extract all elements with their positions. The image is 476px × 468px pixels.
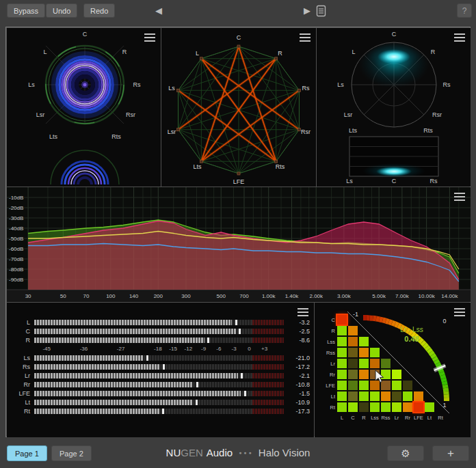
freq-label: 30 <box>25 293 31 299</box>
log-list-icon[interactable] <box>316 5 326 17</box>
undo-button[interactable]: Undo <box>46 3 77 18</box>
db-label: -80dB <box>9 266 23 273</box>
web-edge <box>201 46 239 59</box>
freq-label: 1.40k <box>285 293 300 299</box>
web-node-label: LFE <box>233 178 245 185</box>
matrix-cell[interactable] <box>337 315 347 325</box>
matrix-cell[interactable] <box>403 381 412 390</box>
web-node <box>275 160 278 163</box>
matrix-cell[interactable] <box>359 359 369 368</box>
matrix-cell[interactable] <box>337 381 347 390</box>
brand-audio: Audio <box>207 447 233 458</box>
matrix-row-label: Rt <box>315 404 335 411</box>
brand-gen: GEN <box>181 447 203 458</box>
matrix-cell[interactable] <box>337 326 347 335</box>
freq-label: 7.00k <box>395 293 410 299</box>
play-icon[interactable]: ▶ <box>304 5 310 16</box>
matrix-cell[interactable] <box>403 391 412 401</box>
matrix-cell[interactable] <box>337 348 347 357</box>
matrix-cell[interactable] <box>392 381 401 390</box>
matrix-cell[interactable] <box>359 381 369 390</box>
web-edge <box>178 130 202 162</box>
meter-row: Rr-10.8 <box>12 380 310 389</box>
matrix-cell[interactable] <box>359 337 369 346</box>
settings-button[interactable]: ⚙ <box>387 445 424 461</box>
matrix-cell[interactable] <box>414 391 423 401</box>
matrix-cell[interactable] <box>370 348 380 357</box>
meter-fill <box>34 373 238 378</box>
channel-label-r: R <box>122 49 127 55</box>
matrix-cell[interactable] <box>392 402 401 412</box>
matrix-cell[interactable] <box>370 359 380 368</box>
matrix-cell[interactable] <box>359 370 369 379</box>
matrix-col-label: L <box>341 415 343 421</box>
web-node-label: Ls <box>168 85 175 92</box>
web-node-label: Lts <box>193 163 202 170</box>
freq-label: 700 <box>239 293 249 299</box>
db-label: -90dB <box>9 277 23 283</box>
help-button[interactable]: ? <box>457 3 472 18</box>
freq-label: 50 <box>60 293 66 299</box>
matrix-cell[interactable] <box>348 381 358 390</box>
web-node-label: Rs <box>302 85 309 92</box>
freq-label: 200 <box>154 293 163 299</box>
spectrum-panel: -10dB-20dB-30dB-40dB-50dB-60dB-70dB-80dB… <box>7 187 471 302</box>
meter-fill <box>34 400 192 405</box>
meter-fill <box>34 391 241 396</box>
meter-row: Lt-10.9 <box>12 398 310 407</box>
meter-row: Rt-17.3 <box>12 407 310 415</box>
matrix-cell[interactable] <box>425 402 434 412</box>
add-panel-button[interactable]: + <box>432 445 469 461</box>
matrix-cell[interactable] <box>348 337 358 346</box>
matrix-cell[interactable] <box>348 326 358 335</box>
matrix-cell[interactable] <box>348 359 358 368</box>
matrix-cell[interactable] <box>348 402 358 412</box>
matrix-cell[interactable] <box>337 391 347 401</box>
channel-label-l: L <box>43 49 47 55</box>
level-meters-menu-icon[interactable] <box>298 308 308 316</box>
matrix-cell[interactable] <box>381 359 391 368</box>
meter-scale-tick: -12 <box>185 346 193 352</box>
channel-label-lts: Lts <box>49 133 57 140</box>
matrix-cell[interactable] <box>359 348 369 357</box>
correlation-matrix-menu-icon[interactable] <box>454 308 465 316</box>
matrix-cell[interactable] <box>403 402 412 412</box>
matrix-cell[interactable] <box>337 337 347 346</box>
correlation-web-menu-icon[interactable] <box>300 33 310 42</box>
matrix-cell[interactable] <box>348 391 358 401</box>
matrix-cell[interactable] <box>381 402 391 412</box>
matrix-cell[interactable] <box>414 402 423 412</box>
web-node-label: Lsr <box>168 128 176 135</box>
web-node-label: L <box>196 50 199 57</box>
matrix-cell[interactable] <box>392 370 401 379</box>
meter-scale: -45-36-27-18-15-12-9-6-30+3 <box>38 344 284 353</box>
meter-peak <box>235 320 237 325</box>
matrix-cell[interactable] <box>337 359 347 368</box>
polar-scope-menu-icon[interactable] <box>144 33 155 42</box>
meter-red-zone <box>252 382 284 387</box>
matrix-cell[interactable] <box>348 348 358 357</box>
channel-label-bottom-rs: Rs <box>430 178 438 184</box>
spectrum-menu-icon[interactable] <box>454 193 465 201</box>
meter-fill <box>34 338 204 343</box>
position-scope-menu-icon[interactable] <box>454 33 465 42</box>
matrix-cell[interactable] <box>359 402 369 412</box>
back-icon[interactable]: ◀ <box>155 5 162 16</box>
meter-peak <box>196 400 198 405</box>
polar-scope-panel: C L R Ls Rs Lsr Rsr Lts Rts <box>7 28 161 187</box>
matrix-cell[interactable] <box>370 402 380 412</box>
redo-button[interactable]: Redo <box>83 3 115 18</box>
matrix-cell[interactable] <box>337 370 347 379</box>
matrix-cell[interactable] <box>359 391 369 401</box>
matrix-cell[interactable] <box>348 370 358 379</box>
matrix-cell[interactable] <box>392 391 401 401</box>
matrix-cell[interactable] <box>337 402 347 412</box>
gear-icon: ⚙ <box>401 448 410 460</box>
meter-bar <box>34 391 284 396</box>
db-label: -30dB <box>9 215 23 221</box>
freq-label: 500 <box>217 293 226 299</box>
matrix-cell[interactable] <box>381 391 391 401</box>
bypass-button[interactable]: Bypass <box>7 3 45 18</box>
matrix-cell[interactable] <box>370 391 380 401</box>
meter-row: L-3.2 <box>12 318 310 327</box>
